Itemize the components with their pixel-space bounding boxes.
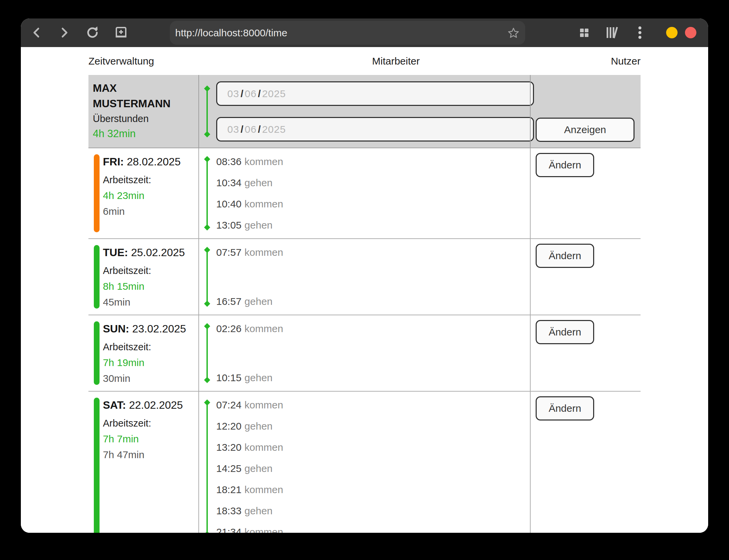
date-separator: / bbox=[258, 88, 261, 99]
time-entries: 08:36kommen10:34gehen10:40kommen13:05geh… bbox=[199, 148, 530, 238]
back-icon bbox=[31, 27, 41, 38]
close-window-control[interactable] bbox=[685, 27, 696, 38]
worktime-label: Arbeitszeit: bbox=[103, 340, 198, 354]
time-entry: 14:25gehen bbox=[216, 458, 530, 479]
time-entries-cell: 08:36kommen10:34gehen10:40kommen13:05geh… bbox=[198, 148, 530, 238]
kebab-menu-icon bbox=[638, 26, 642, 39]
aendern-button[interactable]: Ändern bbox=[536, 320, 594, 344]
break-time-value: 7h 47min bbox=[103, 448, 198, 462]
worktime-label: Arbeitszeit: bbox=[103, 264, 198, 277]
apps-grid-button[interactable] bbox=[576, 25, 592, 41]
worktime-value: 7h 7min bbox=[103, 432, 198, 446]
bookmark-star-icon bbox=[507, 27, 520, 39]
browser-window: http://localhost:8000/time bbox=[21, 18, 708, 533]
day-status-bar bbox=[94, 154, 100, 232]
time-span-arrow-icon bbox=[206, 250, 208, 304]
address-bar[interactable]: http://localhost:8000/time bbox=[170, 21, 525, 45]
aendern-button[interactable]: Ändern bbox=[536, 396, 594, 421]
new-tab-icon bbox=[114, 26, 128, 39]
minimize-window-control[interactable] bbox=[666, 27, 678, 38]
nav-item-zeitverwaltung[interactable]: Zeitverwaltung bbox=[88, 55, 154, 67]
time-entry: 18:21kommen bbox=[216, 479, 530, 500]
time-entries-cell: 07:57kommen16:57gehen bbox=[198, 239, 530, 315]
library-icon bbox=[605, 26, 619, 39]
date-segment: 03 bbox=[227, 124, 239, 135]
overtime-value: 4h 32min bbox=[93, 126, 198, 142]
employee-summary-block: MAX MUSTERMANN Überstunden 4h 32min 03/0… bbox=[88, 75, 641, 148]
worktime-value: 8h 15min bbox=[103, 279, 198, 293]
time-entry: 02:26kommen bbox=[216, 318, 530, 339]
day-summary-cell: FRI:28.02.2025 Arbeitszeit: 4h 23min 6mi… bbox=[88, 148, 198, 238]
time-entries-cell: 07:24kommen12:20gehen13:20kommen14:25geh… bbox=[198, 392, 530, 533]
date-separator: / bbox=[240, 124, 243, 135]
date-segment: 06 bbox=[245, 88, 257, 99]
day-rows: FRI:28.02.2025 Arbeitszeit: 4h 23min 6mi… bbox=[88, 148, 641, 533]
employee-name-line1: MAX bbox=[93, 80, 198, 96]
worktime-value: 4h 23min bbox=[103, 189, 198, 203]
time-entries: 07:24kommen12:20gehen13:20kommen14:25geh… bbox=[199, 392, 530, 533]
date-segment: 06 bbox=[245, 124, 257, 135]
time-entry: 10:34gehen bbox=[216, 172, 530, 193]
day-row: SAT:22.02.2025 Arbeitszeit: 7h 7min 7h 4… bbox=[88, 392, 641, 533]
url-text[interactable]: http://localhost:8000/time bbox=[170, 27, 525, 39]
time-entries-cell: 02:26kommen10:15gehen bbox=[198, 315, 530, 391]
employee-name-line2: MUSTERMANN bbox=[93, 96, 198, 111]
back-button[interactable] bbox=[28, 25, 44, 41]
time-entries: 02:26kommen10:15gehen bbox=[199, 315, 530, 391]
overtime-label: Überstunden bbox=[93, 111, 198, 126]
day-row: TUE:25.02.2025 Arbeitszeit: 8h 15min 45m… bbox=[88, 239, 641, 315]
time-entry: 10:15gehen bbox=[216, 367, 530, 388]
date-segment: 2025 bbox=[262, 124, 286, 135]
time-entry: 08:36kommen bbox=[216, 151, 530, 172]
worktime-label: Arbeitszeit: bbox=[103, 173, 198, 187]
date-segment: 03 bbox=[227, 88, 239, 99]
worktime-label: Arbeitszeit: bbox=[103, 416, 198, 430]
aendern-button[interactable]: Ändern bbox=[536, 244, 594, 268]
apps-grid-icon bbox=[579, 27, 589, 38]
time-entry: 12:20gehen bbox=[216, 415, 530, 437]
time-entry: 18:33gehen bbox=[216, 500, 530, 521]
date-range-picker: 03/06/2025 03/06/2025 bbox=[198, 75, 530, 148]
day-date: TUE:25.02.2025 bbox=[103, 245, 198, 260]
day-status-bar bbox=[94, 398, 100, 533]
reload-button[interactable] bbox=[84, 25, 101, 41]
day-date: FRI:28.02.2025 bbox=[103, 154, 198, 169]
day-status-bar bbox=[94, 321, 100, 385]
day-row: FRI:28.02.2025 Arbeitszeit: 4h 23min 6mi… bbox=[88, 148, 641, 239]
time-entry: 21:34kommen bbox=[216, 521, 530, 533]
date-to-input[interactable]: 03/06/2025 bbox=[216, 117, 534, 142]
summary-actions: Anzeigen bbox=[530, 75, 641, 148]
break-time-value: 45min bbox=[103, 295, 198, 309]
time-entries: 07:57kommen16:57gehen bbox=[199, 239, 530, 315]
anzeigen-button[interactable]: Anzeigen bbox=[536, 118, 635, 142]
day-actions-cell: Ändern bbox=[530, 239, 641, 315]
day-date: SUN:23.02.2025 bbox=[103, 321, 198, 336]
time-entry: 16:57gehen bbox=[216, 291, 530, 312]
time-entry: 13:20kommen bbox=[216, 437, 530, 458]
day-row: SUN:23.02.2025 Arbeitszeit: 7h 19min 30m… bbox=[88, 315, 641, 392]
break-time-value: 30min bbox=[103, 371, 198, 386]
browser-menu-button[interactable] bbox=[632, 25, 648, 41]
nav-item-mitarbeiter[interactable]: Mitarbeiter bbox=[372, 55, 420, 67]
library-button[interactable] bbox=[604, 25, 620, 41]
bookmark-button[interactable] bbox=[506, 26, 521, 40]
time-management-page: Zeitverwaltung Mitarbeiter Nutzer MAX MU… bbox=[21, 47, 708, 533]
day-summary-cell: TUE:25.02.2025 Arbeitszeit: 8h 15min 45m… bbox=[88, 239, 198, 315]
new-tab-button[interactable] bbox=[113, 25, 129, 41]
day-actions-cell: Ändern bbox=[530, 315, 641, 391]
forward-icon bbox=[60, 27, 70, 38]
nav-item-nutzer[interactable]: Nutzer bbox=[611, 55, 641, 67]
aendern-button[interactable]: Ändern bbox=[536, 153, 594, 177]
forward-button[interactable] bbox=[56, 25, 73, 41]
date-separator: / bbox=[240, 88, 243, 99]
reload-icon bbox=[86, 26, 99, 39]
time-entry: 13:05gehen bbox=[216, 214, 530, 236]
date-from-input[interactable]: 03/06/2025 bbox=[216, 81, 534, 106]
time-entry: 07:24kommen bbox=[216, 394, 530, 415]
day-actions-cell: Ändern bbox=[530, 392, 641, 533]
time-span-arrow-icon bbox=[206, 402, 208, 533]
day-summary-cell: SUN:23.02.2025 Arbeitszeit: 7h 19min 30m… bbox=[88, 315, 198, 391]
date-separator: / bbox=[258, 124, 261, 135]
browser-toolbar: http://localhost:8000/time bbox=[21, 18, 708, 47]
employee-info: MAX MUSTERMANN Überstunden 4h 32min bbox=[88, 75, 198, 148]
